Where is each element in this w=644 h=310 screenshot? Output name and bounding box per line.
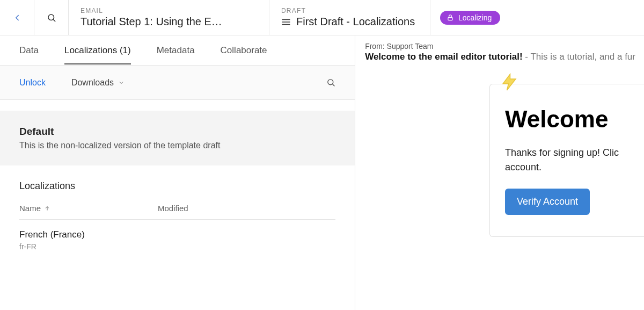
lock-icon <box>447 14 454 21</box>
draft-title: First Draft - Localizations <box>296 16 415 28</box>
search-icon <box>326 78 335 87</box>
tab-data[interactable]: Data <box>19 45 39 56</box>
email-crumb[interactable]: EMAIL Tutorial Step 1: Using the Email B… <box>69 0 269 35</box>
action-row: Unlock Downloads <box>0 66 355 100</box>
svg-point-6 <box>328 80 333 85</box>
preview-welcome-heading: Welcome <box>505 106 644 133</box>
tab-localizations[interactable]: Localizations (1) <box>64 45 131 64</box>
svg-point-0 <box>48 15 54 20</box>
lightning-icon <box>500 73 519 92</box>
tab-collaborate[interactable]: Collaborate <box>221 45 267 56</box>
localizations-columns: Name Modified <box>19 204 335 220</box>
svg-rect-5 <box>448 17 452 20</box>
preview-from: From: Support Team <box>355 42 644 52</box>
back-button[interactable] <box>0 0 34 35</box>
svg-line-1 <box>53 19 55 21</box>
menu-icon <box>281 18 291 26</box>
email-eyebrow: EMAIL <box>80 7 103 15</box>
localizations-heading: Localizations <box>19 181 335 192</box>
local-search-button[interactable] <box>326 78 335 87</box>
arrow-up-icon <box>44 205 50 212</box>
preview-subject: Welcome to the email editor tutorial! - … <box>355 52 644 68</box>
preview-subject-gray: - This is a tutorial, and a fur <box>523 52 635 62</box>
localizations-section: Localizations Name Modified French (Fran… <box>0 165 355 261</box>
col-modified[interactable]: Modified <box>158 204 188 213</box>
search-icon <box>47 13 56 23</box>
default-block[interactable]: Default This is the non-localized versio… <box>0 111 355 165</box>
email-title: Tutorial Step 1: Using the Email B… <box>80 16 231 28</box>
draft-eyebrow: DRAFT <box>281 7 306 15</box>
tabs: Data Localizations (1) Metadata Collabor… <box>0 35 355 66</box>
svg-line-7 <box>333 84 334 86</box>
preview-subject-bold: Welcome to the email editor tutorial! <box>365 52 522 62</box>
locale-name: French (France) <box>19 229 335 240</box>
global-search-button[interactable] <box>34 0 69 35</box>
preview-panel: From: Support Team Welcome to the email … <box>355 35 644 310</box>
status-badge-label: Localizing <box>458 13 492 22</box>
default-title: Default <box>19 126 335 138</box>
list-item[interactable]: French (France) fr-FR <box>19 220 335 261</box>
unlock-button[interactable]: Unlock <box>19 78 46 88</box>
status-badge: Localizing <box>440 11 500 25</box>
status-cell: Localizing <box>430 0 644 35</box>
col-name[interactable]: Name <box>19 204 50 213</box>
chevron-left-icon <box>12 13 22 23</box>
left-panel: Data Localizations (1) Metadata Collabor… <box>0 35 355 310</box>
top-bar: EMAIL Tutorial Step 1: Using the Email B… <box>0 0 644 35</box>
preview-welcome-body: Thanks for signing up! Clic account. <box>505 146 644 175</box>
default-subtitle: This is the non-localized version of the… <box>19 141 335 150</box>
locale-code: fr-FR <box>19 242 335 251</box>
tab-metadata[interactable]: Metadata <box>157 45 195 56</box>
draft-crumb[interactable]: DRAFT First Draft - Localizations <box>269 0 430 35</box>
verify-account-button[interactable]: Verify Account <box>505 189 590 215</box>
downloads-dropdown[interactable]: Downloads <box>71 78 125 88</box>
downloads-label: Downloads <box>71 78 114 88</box>
email-preview-card: Welcome Thanks for signing up! Clic acco… <box>489 84 644 237</box>
chevron-down-icon <box>118 80 125 86</box>
